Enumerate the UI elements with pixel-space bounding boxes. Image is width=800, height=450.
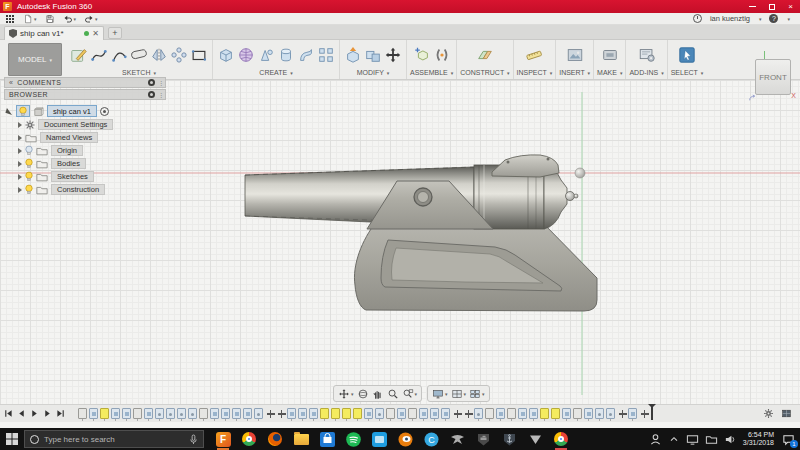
rect-pattern-icon[interactable] [316, 45, 336, 65]
timeline-feature-extrude[interactable] [628, 408, 637, 419]
browser-root-component[interactable]: ship can v1 [4, 104, 166, 118]
construction-plane-icon[interactable] [475, 45, 495, 65]
timeline-feature-extrude[interactable] [309, 408, 318, 419]
document-tab[interactable]: ship can v1* ✕ [4, 26, 104, 40]
scripts-icon[interactable] [637, 45, 657, 65]
3d-print-icon[interactable] [600, 45, 620, 65]
chevron-up-icon[interactable] [668, 433, 680, 445]
bulb-on-icon[interactable] [25, 158, 33, 169]
user-account-menu[interactable]: ian kuenztig [710, 14, 750, 23]
timeline-feature-sketch[interactable] [100, 408, 109, 419]
taskbar-app-game-launcher[interactable] [522, 428, 548, 450]
timeline-playhead[interactable] [651, 407, 653, 420]
go-to-start-icon[interactable] [3, 408, 14, 419]
microphone-icon[interactable] [189, 434, 198, 445]
insert-menu[interactable]: INSERT ▾ [559, 68, 590, 78]
folder-icon[interactable] [25, 133, 37, 143]
timeline-feature-sketch[interactable] [540, 408, 549, 419]
taskbar-app-microsoft-store[interactable] [314, 428, 340, 450]
joint-icon[interactable] [432, 45, 452, 65]
timeline-feature-extrude[interactable] [221, 408, 230, 419]
activate-component-radio[interactable] [100, 107, 109, 116]
view-cube[interactable]: FRONT X [752, 55, 794, 101]
gear-icon[interactable] [25, 120, 35, 130]
timeline-feature-extrude[interactable] [232, 408, 241, 419]
timeline-feature-extrude[interactable] [364, 408, 373, 419]
timeline-feature-extrude[interactable] [518, 408, 527, 419]
taskbar-app-cura[interactable]: C [418, 428, 444, 450]
timeline-feature-move[interactable] [452, 408, 461, 419]
form-icon[interactable] [236, 45, 256, 65]
pan-hand-icon[interactable] [371, 387, 385, 401]
expand-arrow-icon[interactable] [18, 122, 22, 128]
undo-icon[interactable]: ▾ [62, 13, 78, 25]
timeline-feature-move[interactable] [463, 408, 472, 419]
taskbar-app-chrome-2[interactable] [548, 428, 574, 450]
timeline-feature-sketch[interactable] [573, 408, 582, 419]
step-back-icon[interactable] [16, 408, 27, 419]
folder-tray-icon[interactable] [705, 433, 718, 446]
save-icon[interactable] [44, 13, 56, 25]
taskbar-app-messaging-app[interactable] [366, 428, 392, 450]
zoom-window-icon[interactable]: ▾ [401, 387, 419, 401]
timeline-feature-sketch[interactable] [320, 408, 329, 419]
display-icon[interactable] [686, 433, 699, 446]
press-pull-icon[interactable] [343, 45, 363, 65]
layout-grid-icon[interactable]: ▾ [450, 387, 468, 401]
timeline-feature-hole[interactable] [595, 408, 604, 419]
browser-item-sketches[interactable]: Sketches [4, 170, 166, 183]
collapse-icon[interactable]: « [9, 79, 13, 86]
timeline-feature-extrude[interactable] [122, 408, 131, 419]
volume-icon[interactable] [724, 433, 737, 446]
taskbar-search-input[interactable]: Type here to search [24, 430, 204, 448]
timeline-feature-extrude[interactable] [210, 408, 219, 419]
cylinder-icon[interactable] [276, 45, 296, 65]
browser-item-construction[interactable]: Construction [4, 183, 166, 196]
timeline-feature-hole[interactable] [375, 408, 384, 419]
folder-icon[interactable] [36, 172, 48, 182]
app-grid-icon[interactable] [4, 13, 16, 25]
browser-item-named-views[interactable]: Named Views [4, 131, 166, 144]
action-center-button[interactable]: 1 [780, 431, 796, 447]
tab-close-icon[interactable]: ✕ [92, 29, 99, 38]
timeline-feature-extrude[interactable] [287, 408, 296, 419]
browser-panel-header[interactable]: BROWSER ⋮ [4, 89, 166, 100]
start-button[interactable] [0, 428, 24, 450]
timeline-feature-sketch[interactable] [133, 408, 142, 419]
timeline-feature-move[interactable] [617, 408, 626, 419]
timeline-feature-extrude[interactable] [584, 408, 593, 419]
folder-icon[interactable] [36, 185, 48, 195]
origin-point[interactable] [575, 168, 585, 178]
redo-icon[interactable]: ▾ [83, 13, 99, 25]
comments-options-icon[interactable] [148, 79, 155, 86]
play-icon[interactable] [29, 408, 40, 419]
pan-icon[interactable]: ▾ [337, 387, 355, 401]
select-icon[interactable] [677, 45, 697, 65]
workspace-switcher[interactable]: MODEL▾ [8, 43, 62, 76]
timeline-feature-extrude[interactable] [243, 408, 252, 419]
expand-arrow-icon[interactable] [18, 187, 22, 193]
taskbar-app-spotify[interactable] [340, 428, 366, 450]
timeline-feature-hole[interactable] [155, 408, 164, 419]
comments-panel-header[interactable]: « COMMENTS ⋮ [4, 77, 166, 88]
file-icon[interactable]: ▾ [22, 13, 38, 25]
timeline-feature-sketch[interactable] [353, 408, 362, 419]
assemble-menu[interactable]: ASSEMBLE ▾ [410, 68, 453, 78]
timeline-feature-extrude[interactable] [430, 408, 439, 419]
addins-menu[interactable]: ADD-INS ▾ [629, 68, 663, 78]
circular-pattern-icon[interactable] [169, 45, 189, 65]
zoom-icon[interactable] [386, 387, 400, 401]
timeline-feature-sketch[interactable] [507, 408, 516, 419]
timeline-feature-hole[interactable] [166, 408, 175, 419]
close-button[interactable]: × [781, 0, 800, 13]
inspect-menu[interactable]: INSPECT ▾ [517, 68, 553, 78]
expand-arrow-icon[interactable] [18, 161, 22, 167]
viewcube-home-icon[interactable] [749, 94, 756, 101]
slot-icon[interactable] [129, 45, 149, 65]
timeline-feature-sketch[interactable] [78, 408, 87, 419]
root-visibility-bulb-icon[interactable] [16, 105, 30, 117]
folder-icon[interactable] [36, 146, 48, 156]
expand-arrow-icon[interactable] [18, 135, 22, 141]
timeline-feature-hole[interactable] [188, 408, 197, 419]
viewports-icon[interactable]: ▾ [468, 387, 486, 401]
